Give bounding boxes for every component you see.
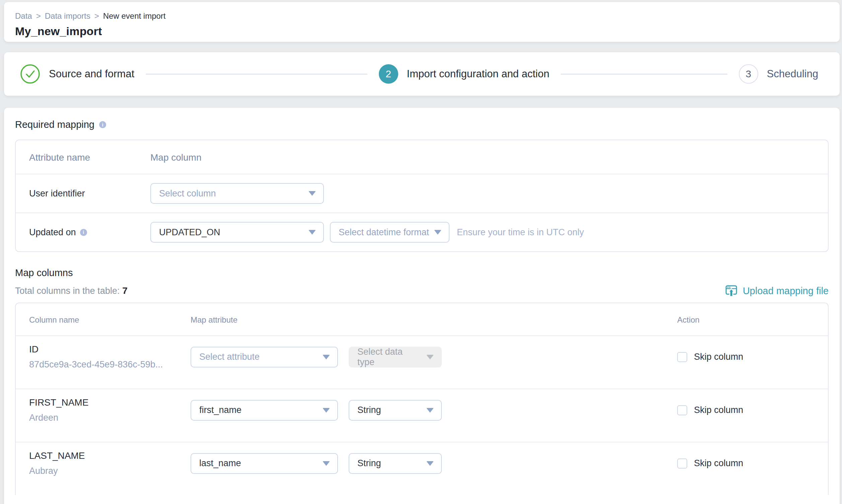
column-name-cell: FIRST_NAME Ardeen	[29, 397, 191, 423]
page-header-card: Data > Data imports > New event import M…	[4, 2, 840, 42]
required-mapping-table: Attribute name Map column User identifie…	[15, 140, 829, 252]
map-columns-section-title: Map columns	[15, 267, 829, 278]
column-sample-value: 87d5ce9a-3ced-45e9-836c-59b...	[29, 359, 191, 370]
column-sample-value: Ardeen	[29, 413, 191, 423]
map-columns-table: Column name Map attribute Action ID 87d5…	[15, 303, 829, 495]
column-sample-value: Aubray	[29, 466, 191, 476]
upload-icon	[725, 285, 737, 296]
step-number-badge: 3	[739, 64, 758, 84]
skip-column-checkbox[interactable]	[677, 405, 687, 415]
step-complete-check-icon	[20, 64, 40, 84]
datatype-select[interactable]: String	[349, 453, 442, 474]
map-columns-title: Map columns	[15, 267, 73, 278]
step-import-configuration: 2 Import configuration and action	[379, 64, 550, 84]
column-name-cell: ID 87d5ce9a-3ced-45e9-836c-59b...	[29, 344, 191, 370]
action-header: Action	[677, 315, 700, 325]
action-cell: Skip column	[677, 405, 743, 415]
column-name-cell: LAST_NAME Aubray	[29, 450, 191, 476]
chevron-down-icon	[426, 461, 434, 466]
skip-column-label: Skip column	[694, 405, 743, 415]
skip-column-label: Skip column	[694, 458, 743, 469]
breadcrumb-separator: >	[94, 12, 99, 21]
attribute-name-header: Attribute name	[29, 152, 151, 163]
info-icon[interactable]: i	[80, 229, 87, 236]
required-mapping-table-header: Attribute name Map column	[16, 140, 828, 174]
breadcrumb: Data > Data imports > New event import	[15, 12, 829, 21]
attribute-select[interactable]: Select attribute	[191, 347, 338, 367]
info-icon[interactable]: i	[99, 121, 106, 128]
updated-on-label-text: Updated on	[29, 227, 76, 238]
map-attribute-cell: last_name String	[191, 453, 677, 474]
table-row-first-name: FIRST_NAME Ardeen first_name String Skip…	[16, 389, 828, 442]
chevron-down-icon	[434, 230, 441, 235]
user-identifier-column-select[interactable]: Select column	[151, 183, 324, 204]
step-connector	[146, 74, 367, 75]
datatype-select[interactable]: String	[349, 400, 442, 421]
required-mapping-section-title: Required mapping i	[15, 119, 829, 130]
step-number-badge: 2	[379, 64, 398, 84]
map-columns-table-header: Column name Map attribute Action	[16, 303, 828, 335]
action-cell: Skip column	[677, 458, 743, 469]
page-title: My_new_import	[15, 25, 829, 38]
datetime-format-select[interactable]: Select datetime format	[330, 222, 450, 242]
table-row-user-identifier: User identifier Select column	[16, 174, 828, 213]
step-source-and-format[interactable]: Source and format	[20, 64, 134, 84]
action-cell: Skip column	[677, 352, 743, 362]
utc-helper-text: Ensure your time is in UTC only	[457, 227, 584, 238]
table-row-updated-on: Updated on i UPDATED_ON Select datetime …	[16, 213, 828, 251]
chevron-down-icon	[309, 230, 316, 235]
selected-attribute-value: last_name	[199, 458, 241, 469]
map-column-header: Map column	[151, 152, 201, 163]
step-label: Source and format	[49, 68, 134, 80]
column-name: LAST_NAME	[29, 450, 191, 461]
selected-datatype-value: String	[357, 458, 381, 469]
step-connector	[561, 74, 727, 75]
chevron-down-icon	[426, 408, 434, 413]
import-configuration-card: Required mapping i Attribute name Map co…	[4, 108, 840, 504]
selected-datatype-value: String	[357, 405, 381, 415]
selected-column-value: UPDATED_ON	[159, 227, 221, 238]
chevron-down-icon	[309, 191, 316, 196]
required-mapping-title: Required mapping	[15, 119, 94, 130]
breadcrumb-separator: >	[36, 12, 41, 21]
updated-on-column-select[interactable]: UPDATED_ON	[151, 222, 324, 242]
total-columns-count: 7	[122, 286, 128, 296]
step-label: Import configuration and action	[407, 68, 550, 80]
total-columns-label: Total columns in the table:	[15, 286, 120, 296]
map-attribute-cell: Select attribute Select data type	[191, 347, 677, 367]
skip-column-label: Skip column	[694, 352, 743, 362]
chevron-down-icon	[322, 408, 330, 413]
column-name: FIRST_NAME	[29, 397, 191, 408]
select-placeholder: Select column	[159, 188, 216, 199]
skip-column-checkbox[interactable]	[677, 458, 687, 469]
chevron-down-icon	[322, 355, 330, 359]
breadcrumb-link-data-imports[interactable]: Data imports	[45, 12, 90, 21]
wizard-stepper: Source and format 2 Import configuration…	[4, 52, 840, 96]
step-scheduling: 3 Scheduling	[739, 64, 818, 84]
attribute-select[interactable]: last_name	[191, 453, 338, 474]
select-placeholder: Select data type	[357, 347, 422, 367]
map-attribute-cell: first_name String	[191, 400, 677, 421]
breadcrumb-current: New event import	[103, 12, 166, 21]
column-name: ID	[29, 344, 191, 355]
updated-on-label: Updated on i	[29, 227, 151, 238]
column-name-header: Column name	[29, 315, 191, 325]
skip-column-checkbox[interactable]	[677, 352, 687, 362]
user-identifier-label: User identifier	[29, 188, 151, 199]
table-row-id: ID 87d5ce9a-3ced-45e9-836c-59b... Select…	[16, 335, 828, 389]
map-columns-meta-row: Total columns in the table:7 Upload mapp…	[15, 285, 829, 296]
attribute-select[interactable]: first_name	[191, 400, 338, 421]
step-label: Scheduling	[767, 68, 818, 80]
breadcrumb-link-data[interactable]: Data	[15, 12, 32, 21]
datatype-select-disabled: Select data type	[349, 347, 442, 367]
upload-mapping-file-button[interactable]: Upload mapping file	[725, 285, 829, 296]
map-attribute-header: Map attribute	[191, 315, 677, 325]
select-placeholder: Select attribute	[199, 352, 260, 362]
selected-attribute-value: first_name	[199, 405, 242, 415]
table-row-last-name: LAST_NAME Aubray last_name String Skip c…	[16, 442, 828, 495]
total-columns-line: Total columns in the table:7	[15, 286, 128, 296]
chevron-down-icon	[322, 461, 330, 466]
chevron-down-icon	[426, 355, 434, 359]
upload-link-label: Upload mapping file	[743, 286, 829, 296]
select-placeholder: Select datetime format	[339, 227, 429, 238]
